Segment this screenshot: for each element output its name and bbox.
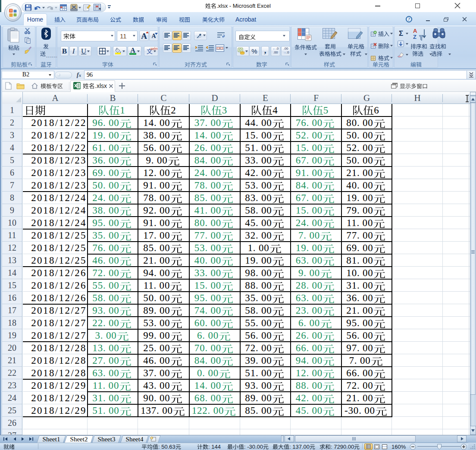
svg-text:Z: Z [413, 34, 416, 40]
svg-text:?: ? [408, 17, 410, 22]
svg-text:A: A [413, 28, 417, 34]
